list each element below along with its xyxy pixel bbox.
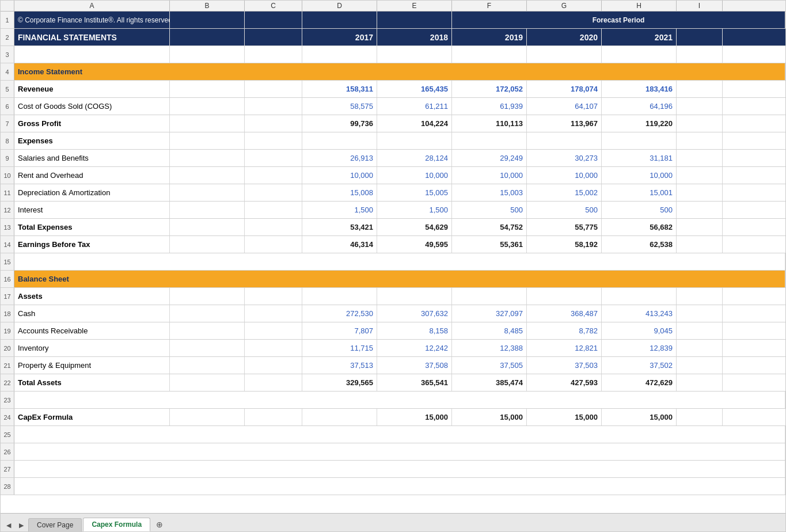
rows-area: 1 © Corporate Finance Institute®. All ri… bbox=[1, 12, 785, 513]
cell-rent-y1: 10,000 bbox=[302, 167, 377, 184]
cell-depreciation-label: Depreciation & Amortization bbox=[14, 184, 170, 201]
cell-sal-y4: 30,273 bbox=[527, 150, 602, 166]
row-number: 8 bbox=[1, 132, 14, 149]
cell-te-y1: 53,421 bbox=[302, 219, 377, 235]
cell-dep-y3: 15,003 bbox=[452, 184, 527, 201]
cell-te-y4: 55,775 bbox=[527, 219, 602, 235]
spreadsheet: A B C D E F G H I 1 © Corporate Finance … bbox=[0, 0, 786, 532]
cell-ebt-label: Earnings Before Tax bbox=[14, 236, 170, 253]
cell-ppe-y4: 37,503 bbox=[527, 357, 602, 374]
cell-ta-y1: 329,565 bbox=[302, 374, 377, 391]
cell-te-y2: 54,629 bbox=[377, 219, 452, 235]
cell-rent-y4: 10,000 bbox=[527, 167, 602, 184]
cell-3i bbox=[602, 46, 677, 63]
row-number: 12 bbox=[1, 202, 14, 218]
cell-6c bbox=[170, 98, 245, 115]
tab-cover-page[interactable]: Cover Page bbox=[28, 518, 82, 531]
cell-7j bbox=[677, 115, 723, 132]
cell-year-2019: 2019 bbox=[452, 29, 527, 45]
table-row: 28 bbox=[1, 478, 785, 495]
col-header-a: A bbox=[14, 1, 170, 11]
balance-sheet-header: Balance Sheet bbox=[14, 271, 785, 287]
cell-ppe-y5: 37,502 bbox=[602, 357, 677, 374]
table-row: 16 Balance Sheet bbox=[1, 271, 785, 288]
cell-3g bbox=[452, 46, 527, 63]
cell-dep-y1: 15,008 bbox=[302, 184, 377, 201]
row-number: 21 bbox=[1, 357, 14, 374]
table-row: 17 Assets bbox=[1, 288, 785, 305]
table-row: 15 bbox=[1, 253, 785, 271]
cell-cash-y1: 272,530 bbox=[302, 305, 377, 322]
cell-total-assets-label: Total Assets bbox=[14, 374, 170, 391]
cell-ebt-y4: 58,192 bbox=[527, 236, 602, 253]
cell-ar-y2: 8,158 bbox=[377, 322, 452, 339]
cell-assets-label: Assets bbox=[14, 288, 170, 305]
cell-sal-y1: 26,913 bbox=[302, 150, 377, 166]
table-row: 4 Income Statement bbox=[1, 63, 785, 81]
cell-inv-y2: 12,242 bbox=[377, 340, 452, 356]
cell-gp-y5: 119,220 bbox=[602, 115, 677, 132]
cell-ta-y4: 427,593 bbox=[527, 374, 602, 391]
row-number: 28 bbox=[1, 478, 14, 495]
cell-sal-y5: 31,181 bbox=[602, 150, 677, 166]
cell-int-y2: 1,500 bbox=[377, 202, 452, 218]
table-row: 11 Depreciation & Amortization 15,008 15… bbox=[1, 184, 785, 202]
tab-nav-left[interactable]: ◀ bbox=[3, 519, 14, 531]
cell-3e bbox=[302, 46, 377, 63]
cell-ebt-y1: 46,314 bbox=[302, 236, 377, 253]
cell-capex-y4: 15,000 bbox=[527, 409, 602, 425]
cell-1e bbox=[302, 12, 377, 28]
cell-te-y5: 56,682 bbox=[602, 219, 677, 235]
cell-cash-y2: 307,632 bbox=[377, 305, 452, 322]
cell-5d bbox=[245, 81, 302, 97]
cell-gp-y2: 104,224 bbox=[377, 115, 452, 132]
row-number: 26 bbox=[1, 443, 14, 460]
row-number: 27 bbox=[1, 461, 14, 477]
row-number: 9 bbox=[1, 150, 14, 166]
row-number: 24 bbox=[1, 409, 14, 425]
cell-capex-y1 bbox=[302, 409, 377, 425]
cell-dep-y4: 15,002 bbox=[527, 184, 602, 201]
cell-5j bbox=[677, 81, 723, 97]
cell-ebt-y2: 49,595 bbox=[377, 236, 452, 253]
cell-6j bbox=[677, 98, 723, 115]
cell-ta-y5: 472,629 bbox=[602, 374, 677, 391]
cell-sal-y3: 29,249 bbox=[452, 150, 527, 166]
col-header-e: E bbox=[377, 1, 452, 11]
cell-inv-y1: 11,715 bbox=[302, 340, 377, 356]
col-header-f: F bbox=[452, 1, 527, 11]
cell-cash-y3: 327,097 bbox=[452, 305, 527, 322]
cell-gp-y3: 110,113 bbox=[452, 115, 527, 132]
cell-interest-label: Interest bbox=[14, 202, 170, 218]
cell-year-2018: 2018 bbox=[377, 29, 452, 45]
cell-3c bbox=[170, 46, 245, 63]
cell-ar-label: Accounts Receivable bbox=[14, 322, 170, 339]
tab-capex-formula[interactable]: Capex Formula bbox=[83, 518, 150, 531]
row-number: 25 bbox=[1, 426, 14, 443]
cell-2d bbox=[245, 29, 302, 45]
cell-rent-y2: 10,000 bbox=[377, 167, 452, 184]
cell-3h bbox=[527, 46, 602, 63]
cell-6d bbox=[245, 98, 302, 115]
tab-nav-right[interactable]: ▶ bbox=[16, 519, 27, 531]
cell-ar-y3: 8,485 bbox=[452, 322, 527, 339]
table-row: 1 © Corporate Finance Institute®. All ri… bbox=[1, 12, 785, 29]
col-header-h: H bbox=[602, 1, 677, 11]
tab-bar: ◀ ▶ Cover Page Capex Formula ⊕ bbox=[1, 513, 785, 531]
row-number: 10 bbox=[1, 167, 14, 184]
cell-year-2017: 2017 bbox=[302, 29, 377, 45]
cell-capex-y2: 15,000 bbox=[377, 409, 452, 425]
table-row: 10 Rent and Overhead 10,000 10,000 10,00… bbox=[1, 167, 785, 184]
row-number: 23 bbox=[1, 392, 14, 408]
cell-copyright: © Corporate Finance Institute®. All righ… bbox=[14, 12, 170, 28]
table-row: 23 bbox=[1, 392, 785, 409]
cell-ta-y2: 365,541 bbox=[377, 374, 452, 391]
tab-add-button[interactable]: ⊕ bbox=[151, 518, 168, 531]
row-number: 16 bbox=[1, 271, 14, 287]
row-number: 15 bbox=[1, 253, 14, 270]
cell-total-exp-label: Total Expenses bbox=[14, 219, 170, 235]
table-row: 13 Total Expenses 53,421 54,629 54,752 5… bbox=[1, 219, 785, 236]
cell-ebt-y3: 55,361 bbox=[452, 236, 527, 253]
cell-3d bbox=[245, 46, 302, 63]
row-number: 17 bbox=[1, 288, 14, 305]
